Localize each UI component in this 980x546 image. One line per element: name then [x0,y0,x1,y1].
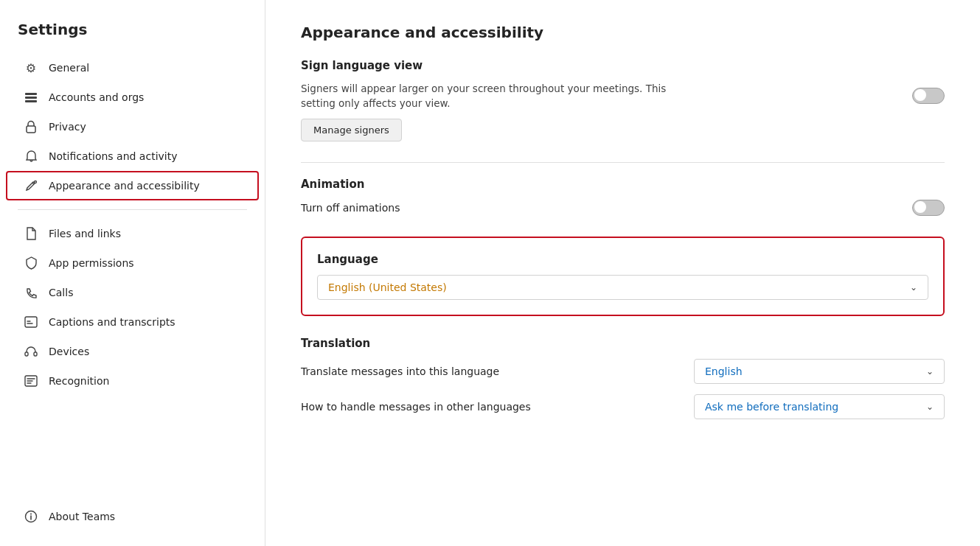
phone-icon [24,285,38,300]
sidebar-label-app-permissions: App permissions [49,257,134,269]
captions-icon [24,315,38,329]
animation-row: Turn off animations [301,200,945,216]
sidebar-item-files[interactable]: Files and links [6,219,259,248]
svg-rect-0 [25,93,37,95]
sidebar-item-general[interactable]: ⚙ General [6,53,259,83]
translation-section: Translation Translate messages into this… [301,337,945,419]
sign-language-title: Sign language view [301,59,945,72]
svg-rect-6 [25,352,28,356]
sidebar-item-calls[interactable]: Calls [6,278,259,307]
bell-icon [24,149,38,164]
handle-label: How to handle messages in other language… [301,401,531,413]
sidebar-item-appearance[interactable]: Appearance and accessibility [6,171,259,200]
file-icon [24,226,38,241]
svg-rect-5 [25,317,37,327]
language-dropdown[interactable]: English (United States) ⌄ [317,275,928,300]
language-title: Language [317,253,928,266]
sidebar-label-files: Files and links [49,228,121,239]
animation-label: Turn off animations [301,202,400,214]
sidebar-label-captions: Captions and transcripts [49,316,176,328]
handle-chevron-icon: ⌄ [926,402,934,412]
sidebar-label-privacy: Privacy [49,121,86,133]
lock-icon [24,119,38,134]
sign-language-toggle[interactable] [912,88,945,104]
language-dropdown-value: English (United States) [328,281,447,293]
translate-dropdown[interactable]: English ⌄ [694,359,945,384]
language-section: Language English (United States) ⌄ [301,237,945,316]
translation-title: Translation [301,337,945,350]
manage-signers-button[interactable]: Manage signers [301,119,402,141]
translation-row-1: Translate messages into this language En… [301,359,945,384]
sidebar-item-captions[interactable]: Captions and transcripts [6,307,259,337]
sidebar-spacer [0,396,265,502]
shield-icon [24,256,38,270]
page-title: Appearance and accessibility [301,24,945,41]
sidebar-title: Settings [0,15,265,53]
sidebar-label-recognition: Recognition [49,375,109,387]
handle-dropdown[interactable]: Ask me before translating ⌄ [694,394,945,419]
animation-title: Animation [301,178,945,191]
sidebar-label-about: About Teams [49,511,115,522]
recognition-icon [24,374,38,388]
svg-point-4 [35,181,37,183]
accounts-icon [24,90,38,105]
sidebar-item-app-permissions[interactable]: App permissions [6,248,259,278]
translate-dropdown-value: English [705,365,743,377]
translate-label: Translate messages into this language [301,365,499,377]
sidebar: Settings ⚙ General Accounts and orgs Pri… [0,0,265,546]
handle-dropdown-value: Ask me before translating [705,401,838,413]
headphone-icon [24,344,38,359]
animation-section: Animation Turn off animations [301,178,945,216]
language-chevron-icon: ⌄ [910,282,917,293]
divider-1 [301,162,945,163]
animation-toggle[interactable] [912,200,945,216]
sidebar-label-accounts: Accounts and orgs [49,91,144,103]
sidebar-divider [18,209,247,210]
svg-rect-3 [27,126,35,133]
sidebar-item-privacy[interactable]: Privacy [6,112,259,141]
translation-row-2: How to handle messages in other language… [301,394,945,419]
svg-rect-2 [25,100,37,102]
appearance-icon [24,178,38,193]
sign-language-section: Sign language view Signers will appear l… [301,59,945,141]
info-icon [24,509,38,524]
sidebar-label-general: General [49,62,89,74]
sidebar-label-calls: Calls [49,287,73,298]
sidebar-label-devices: Devices [49,346,89,357]
main-content: Appearance and accessibility Sign langua… [265,0,980,546]
sidebar-item-recognition[interactable]: Recognition [6,366,259,396]
sidebar-label-notifications: Notifications and activity [49,150,177,162]
sign-language-row: Signers will appear larger on your scree… [301,81,945,111]
gear-icon: ⚙ [24,60,38,75]
translate-chevron-icon: ⌄ [926,366,934,377]
sidebar-label-appearance: Appearance and accessibility [49,180,200,192]
sidebar-item-devices[interactable]: Devices [6,337,259,366]
sidebar-item-about[interactable]: About Teams [6,502,259,531]
sidebar-item-accounts[interactable]: Accounts and orgs [6,83,259,112]
sign-language-desc: Signers will appear larger on your scree… [301,81,670,111]
svg-rect-1 [25,97,37,99]
svg-rect-7 [34,352,37,356]
svg-point-10 [30,514,32,515]
sidebar-item-notifications[interactable]: Notifications and activity [6,141,259,171]
